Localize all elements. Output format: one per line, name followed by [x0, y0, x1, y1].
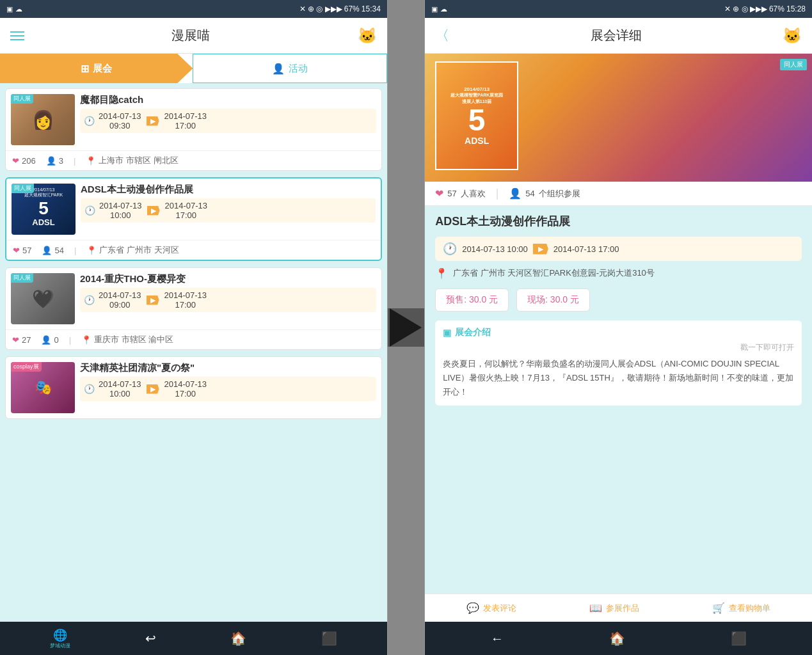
left-battery: 67% — [344, 4, 360, 13]
loc-icon-3: 📍 — [81, 335, 92, 345]
time-range-3: 2014-07-13 09:00 ▶ 2014-07-13 17:00 — [99, 290, 372, 310]
price-onsite: 现场: 30.0 元 — [516, 288, 590, 312]
back-button[interactable]: 〈 — [435, 26, 449, 45]
nav-back-left[interactable]: ↩ — [145, 631, 156, 646]
event-card-2[interactable]: 2014/07/13 超大规模智汇PARK 5 ADSL 同人展 ADSL本土动… — [5, 177, 382, 261]
event-card-3-content: 🖤 同人展 2014-重庆THO-夏樱异变 🕐 2014-07-13 09:00… — [6, 268, 381, 329]
poster-date: 2014/07/13 — [464, 86, 490, 92]
intro-label: 展会介绍 — [455, 327, 491, 338]
end-time-1: 17:00 — [164, 121, 207, 130]
right-status-icon-2: ☁ — [440, 5, 447, 13]
detail-time-range: 2014-07-13 10:00 ▶ 2014-07-13 17:00 — [462, 244, 794, 255]
left-header-title: 漫展喵 — [171, 27, 210, 44]
loc-icon-2: 📍 — [86, 246, 97, 255]
detail-start-val: 2014-07-13 10:00 — [462, 244, 528, 254]
event-4-name: 天津精英社团清凉"夏の祭" — [80, 362, 376, 374]
action-comment-label: 发表评论 — [483, 603, 516, 614]
stat-people-label: 个组织参展 — [539, 188, 580, 200]
nav-logo: 🌐 梦域动漫 — [50, 628, 70, 649]
event-1-footer: ❤ 206 👤 3 | 📍 上海市 市辖区 闸北区 — [6, 150, 381, 170]
time-end-4: 2014-07-13 17:00 — [164, 379, 207, 399]
direction-arrow — [390, 308, 422, 347]
clock-icon-4: 🕐 — [84, 384, 95, 394]
detail-end-val: 2014-07-13 17:00 — [553, 244, 619, 254]
event-card-1[interactable]: 👩 同人展 魔都目隐catch 🕐 2014-07-13 09:30 ▶ — [5, 88, 382, 171]
stat-people: 👤 54 个组织参展 — [509, 187, 580, 200]
adsl-text: ADSL — [465, 136, 489, 146]
action-comment[interactable]: 💬 发表评论 — [466, 602, 516, 614]
detail-event-title: ADSL本土动漫创作作品展 — [435, 214, 802, 229]
action-cart[interactable]: 🛒 查看购物单 — [712, 602, 770, 614]
stats-bar: ❤ 57 人喜欢 | 👤 54 个组织参展 — [425, 182, 812, 206]
tab-exhibit[interactable]: ⊞ 展会 — [0, 54, 193, 83]
event-2-time: 🕐 2014-07-13 10:00 ▶ 2014-07-13 17:00 — [81, 198, 376, 223]
people-count-3: 0 — [54, 335, 58, 345]
event-3-footer: ❤ 27 👤 0 | 📍 重庆市 市辖区 渝中区 — [6, 329, 381, 349]
nav-home-left[interactable]: 🏠 — [230, 631, 246, 646]
status-icon-2: ☁ — [15, 5, 22, 13]
time-range-2: 2014-07-13 10:00 ▶ 2014-07-13 17:00 — [99, 201, 372, 220]
event-card-4-content: 🎭 cosplay展 天津精英社团清凉"夏の祭" 🕐 2014-07-13 10… — [6, 357, 381, 418]
right-header-title: 展会详细 — [591, 27, 642, 44]
event-1-time: 🕐 2014-07-13 09:30 ▶ 2014-07-13 17:00 — [80, 109, 376, 133]
event-card-1-content: 👩 同人展 魔都目隐catch 🕐 2014-07-13 09:30 ▶ — [6, 89, 381, 150]
event-4-info: 天津精英社团清凉"夏の祭" 🕐 2014-07-13 10:00 ▶ 2014-… — [80, 362, 376, 413]
tab-exhibit-label: 展会 — [93, 63, 112, 75]
detail-loc-text: 广东省 广州市 天河区智汇PARK创意园-元岗大道310号 — [453, 267, 655, 279]
works-icon: 📖 — [589, 602, 602, 614]
people-count-1: 3 — [59, 156, 63, 166]
nav-home-right[interactable]: 🏠 — [609, 631, 625, 646]
right-status-left: ▣ ☁ — [431, 5, 447, 13]
detail-start-time: 2014-07-13 10:00 — [462, 244, 528, 254]
price-row: 预售: 30.0 元 现场: 30.0 元 — [435, 288, 802, 312]
tab-activity[interactable]: 👤 活动 — [193, 54, 386, 83]
time-end-1: 2014-07-13 17:00 — [164, 111, 207, 130]
event-card-3[interactable]: 🖤 同人展 2014-重庆THO-夏樱异变 🕐 2014-07-13 09:00… — [5, 267, 382, 350]
time-arrow-1: ▶ — [147, 116, 159, 126]
price-presale: 预售: 30.0 元 — [435, 288, 509, 312]
event-1-name: 魔都目隐catch — [80, 94, 376, 106]
time-arrow-3: ▶ — [147, 296, 159, 305]
intro-section[interactable]: ▣ 展会介绍 戳一下即可打开 炎炎夏日，何以解忧？华南最负盛名的动漫同人展会AD… — [435, 320, 802, 406]
nav-recent-right[interactable]: ⬛ — [731, 631, 747, 646]
start-date-4: 2014-07-13 — [99, 379, 141, 389]
stat-separator: | — [496, 187, 499, 200]
people-icon-1: 👤 — [46, 156, 56, 166]
sep-2: | — [74, 246, 76, 255]
heart-icon-1: ❤ — [12, 156, 19, 166]
start-time-1: 09:30 — [99, 121, 141, 130]
likes-3: ❤ 27 — [12, 335, 31, 345]
event-3-badge: 同人展 — [11, 273, 33, 283]
action-works[interactable]: 📖 参展作品 — [589, 602, 639, 614]
event-1-info: 魔都目隐catch 🕐 2014-07-13 09:30 ▶ 2014-07-1… — [80, 94, 376, 145]
detail-content: ADSL本土动漫创作作品展 🕐 2014-07-13 10:00 ▶ 2014-… — [425, 206, 812, 594]
right-phone: ▣ ☁ ✕ ⊕ ◎ ▶▶▶ 67% 15:28 〈 展会详细 🐱 2014/07… — [424, 0, 812, 655]
intro-text: 炎炎夏日，何以解忧？华南最负盛名的动漫同人展会ADSL（ANI-COMIC DO… — [443, 357, 794, 399]
exhibit-icon: ⊞ — [81, 63, 89, 75]
time-range-1: 2014-07-13 09:30 ▶ 2014-07-13 17:00 — [99, 111, 372, 130]
detail-loc-icon: 📍 — [435, 267, 448, 280]
stat-likes-count: 57 — [447, 189, 456, 198]
tab-bar: ⊞ 展会 👤 活动 — [0, 54, 387, 83]
hamburger-menu[interactable] — [10, 31, 24, 40]
people-1: 👤 3 — [46, 156, 63, 166]
event-2-name: ADSL本土动漫创作作品展 — [81, 184, 376, 196]
nav-back-right[interactable]: ← — [491, 631, 504, 646]
right-header: 〈 展会详细 🐱 — [425, 18, 812, 54]
event-card-4[interactable]: 🎭 cosplay展 天津精英社团清凉"夏の祭" 🕐 2014-07-13 10… — [5, 356, 382, 419]
start-date-3: 2014-07-13 — [99, 290, 141, 300]
left-time: 15:34 — [362, 4, 381, 13]
stat-people-count: 54 — [525, 189, 534, 198]
event-1-thumb: 👩 同人展 — [11, 94, 75, 145]
right-cat-icon[interactable]: 🐱 — [783, 27, 802, 45]
right-battery: 67% — [769, 4, 784, 13]
likes-count-2: 57 — [22, 246, 31, 255]
loc-icon-1: 📍 — [86, 156, 96, 166]
stat-heart-icon: ❤ — [435, 187, 443, 200]
nav-recent-left[interactable]: ⬛ — [321, 631, 337, 646]
heart-icon-2: ❤ — [13, 246, 20, 255]
action-cart-label: 查看购物单 — [729, 603, 770, 614]
left-cat-icon[interactable]: 🐱 — [358, 27, 377, 45]
location-1: 📍 上海市 市辖区 闸北区 — [86, 155, 178, 166]
left-phone: ▣ ☁ ✕ ⊕ ◎ ▶▶▶ 67% 15:34 漫展喵 🐱 ⊞ 展会 👤 活动 — [0, 0, 388, 655]
